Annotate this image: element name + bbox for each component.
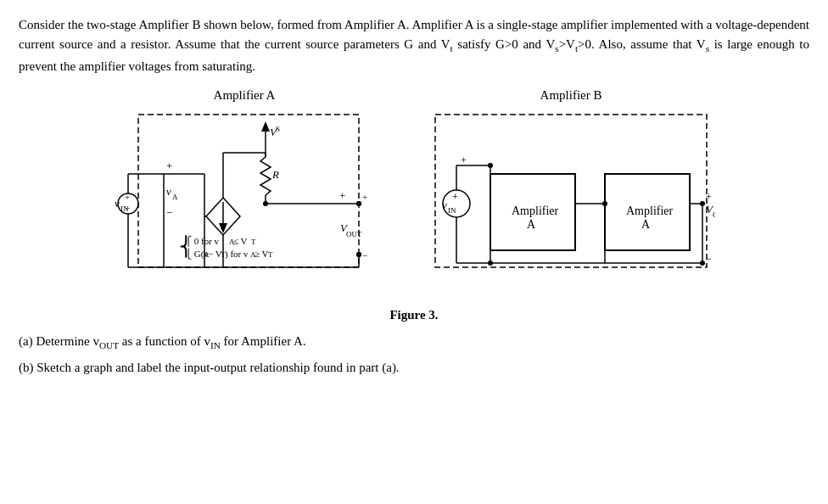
- svg-text:+: +: [452, 191, 458, 203]
- svg-text:T: T: [251, 238, 256, 246]
- svg-text:T: T: [268, 250, 273, 259]
- question-b: (b) Sketch a graph and label the input-o…: [19, 357, 809, 379]
- question-a: (a) Determine vOUT as a function of vIN …: [19, 331, 809, 354]
- svg-text:A: A: [172, 193, 178, 201]
- amplifier-b-diagram: + v IN Amplifier A: [427, 106, 715, 293]
- svg-text:v: v: [166, 185, 171, 198]
- questions-section: (a) Determine vOUT as a function of vIN …: [19, 331, 809, 379]
- svg-point-55: [356, 252, 361, 257]
- svg-text:+: +: [339, 189, 345, 202]
- amplifier-a-diagram: + − v IN + v A: [113, 106, 376, 301]
- svg-text:IN: IN: [448, 206, 456, 215]
- svg-text:+: +: [125, 192, 130, 202]
- svg-text:) for v: ) for v: [225, 249, 249, 260]
- svg-text:S: S: [276, 125, 280, 133]
- svg-text:Amplifier: Amplifier: [626, 204, 674, 217]
- svg-text:v: v: [442, 199, 447, 211]
- svg-point-54: [356, 201, 361, 206]
- svg-text:−: −: [706, 253, 712, 265]
- figure-caption: Figure 3.: [389, 308, 438, 322]
- svg-text:+: +: [166, 160, 172, 172]
- svg-text:⎨: ⎨: [179, 235, 193, 258]
- amplifier-b-title: Amplifier B: [540, 88, 602, 103]
- amplifier-b-section: Amplifier B + v IN: [427, 88, 715, 293]
- svg-text:OUT: OUT: [713, 210, 715, 219]
- svg-text:≥ V: ≥ V: [255, 249, 269, 259]
- svg-text:A: A: [527, 218, 536, 231]
- svg-text:OUT: OUT: [346, 230, 362, 238]
- svg-marker-25: [261, 121, 270, 132]
- svg-text:+: +: [461, 154, 467, 166]
- svg-text:R: R: [271, 168, 279, 181]
- figure-area: Amplifier A + − v IN: [19, 88, 809, 322]
- svg-text:v: v: [115, 197, 120, 210]
- svg-rect-0: [138, 115, 359, 267]
- intro-paragraph: Consider the two-stage Amplifier B shown…: [19, 15, 809, 76]
- svg-text:≤ V: ≤ V: [233, 236, 248, 246]
- svg-text:A: A: [641, 218, 651, 231]
- svg-text:Amplifier: Amplifier: [512, 204, 559, 217]
- diagrams-row: Amplifier A + − v IN: [19, 88, 809, 301]
- amplifier-a-section: Amplifier A + − v IN: [113, 88, 376, 301]
- svg-text:+: +: [362, 192, 367, 202]
- amplifier-a-title: Amplifier A: [214, 88, 276, 103]
- svg-text:+: +: [706, 191, 712, 203]
- svg-rect-58: [435, 115, 707, 267]
- svg-text:−: −: [166, 206, 172, 219]
- svg-text:IN: IN: [120, 204, 129, 213]
- svg-text:−: −: [362, 250, 367, 260]
